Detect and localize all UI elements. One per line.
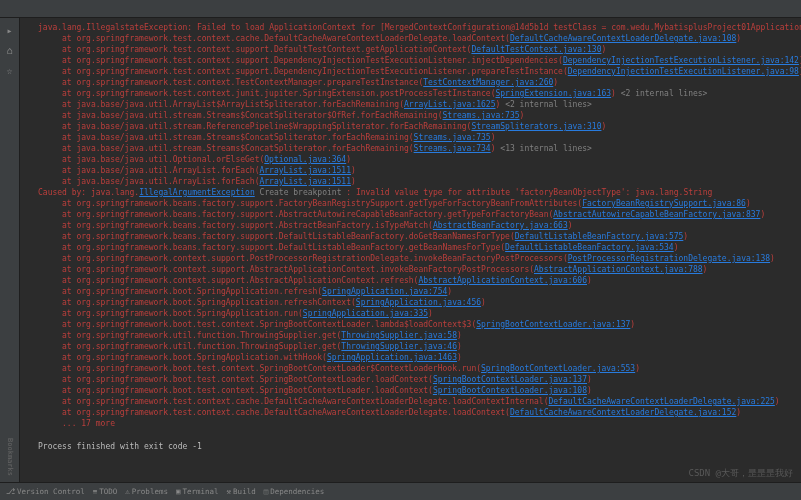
stack-frame: at org.springframework.util.function.Thr…	[38, 330, 795, 341]
frame-tail: )	[736, 34, 741, 43]
source-link[interactable]: Streams.java:735	[443, 111, 520, 120]
problems-tab[interactable]: ⚠ Problems	[125, 487, 168, 496]
source-link[interactable]: SpringBootContextLoader.java:108	[433, 386, 587, 395]
source-link[interactable]: AbstractApplicationContext.java:606	[418, 276, 587, 285]
frame-text: at org.springframework.boot.test.context…	[62, 320, 476, 329]
source-link[interactable]: AbstractApplicationContext.java:788	[534, 265, 703, 274]
source-link[interactable]: SpringApplication.java:335	[303, 309, 428, 318]
source-link[interactable]: Streams.java:735	[414, 133, 491, 142]
stack-frame: at org.springframework.beans.factory.sup…	[38, 198, 795, 209]
source-link[interactable]: ArrayList.java:1625	[404, 100, 496, 109]
console-output[interactable]: java.lang.IllegalstateException: Failed …	[20, 18, 801, 482]
status-bar: ⎇ Version Control ≡ TODO ⚠ Problems ▣ Te…	[0, 482, 801, 500]
stack-frame: at org.springframework.test.context.cach…	[38, 33, 795, 44]
structure-icon[interactable]: ⌂	[4, 44, 16, 56]
source-link[interactable]: FactoryBeanRegistrySupport.java:86	[582, 199, 746, 208]
create-breakpoint[interactable]: Create breakpoint	[255, 188, 347, 197]
stack-frame: at org.springframework.beans.factory.sup…	[38, 231, 795, 242]
project-icon[interactable]: ▸	[4, 24, 16, 36]
frame-tail: )	[346, 155, 351, 164]
build-tab[interactable]: ⚒ Build	[227, 487, 256, 496]
frame-text: at org.springframework.boot.test.context…	[62, 364, 481, 373]
source-link[interactable]: DefaultCacheAwareContextLoaderDelegate.j…	[510, 34, 736, 43]
stack-frame: at java.base/java.util.stream.Streams$Co…	[38, 110, 795, 121]
frame-text: at java.base/java.util.stream.Streams$Co…	[62, 144, 414, 153]
internal-lines: <13 internal lines>	[496, 144, 592, 153]
stack-frame: at org.springframework.boot.test.context…	[38, 385, 795, 396]
source-link[interactable]: DefaultListableBeanFactory.java:575	[515, 232, 684, 241]
todo-tab[interactable]: ≡ TODO	[93, 487, 118, 496]
stack-frame: at org.springframework.beans.factory.sup…	[38, 242, 795, 253]
source-link[interactable]: ThrowingSupplier.java:46	[341, 342, 457, 351]
stack-frame: at java.base/java.util.stream.ReferenceP…	[38, 121, 795, 132]
source-link[interactable]: TestContextManager.java:260	[423, 78, 553, 87]
frame-text: at java.base/java.util.stream.Streams$Co…	[62, 111, 443, 120]
frame-text: at java.base/java.util.ArrayList$ArrayLi…	[62, 100, 404, 109]
frame-text: at org.springframework.test.context.Test…	[62, 78, 423, 87]
source-link[interactable]: SpringBootContextLoader.java:553	[481, 364, 635, 373]
source-link[interactable]: Streams.java:734	[414, 144, 491, 153]
source-link[interactable]: SpringApplication.java:1463	[327, 353, 457, 362]
stack-frame: at org.springframework.util.function.Thr…	[38, 341, 795, 352]
frame-tail: )	[674, 243, 679, 252]
frame-tail: )	[457, 353, 462, 362]
frame-tail: )	[635, 364, 640, 373]
more-frames: ... 17 more	[38, 418, 795, 429]
dependencies-tab[interactable]: ◫ Dependencies	[264, 487, 325, 496]
frame-text: at org.springframework.test.context.cach…	[62, 397, 548, 406]
tool-window-bar[interactable]: ▸ ⌂ ☆ Bookmarks	[0, 18, 20, 482]
frame-tail: )	[587, 276, 592, 285]
stack-frame: at org.springframework.test.context.supp…	[38, 66, 795, 77]
version-control-tab[interactable]: ⎇ Version Control	[6, 487, 85, 496]
source-link[interactable]: DependencyInjectionTestExecutionListener…	[563, 56, 799, 65]
frame-tail: )	[760, 210, 765, 219]
source-link[interactable]: SpringApplication.java:754	[322, 287, 447, 296]
frame-tail: )	[746, 199, 751, 208]
stack-frame: at org.springframework.context.support.P…	[38, 253, 795, 264]
frame-tail: )	[568, 221, 573, 230]
frame-text: at org.springframework.test.context.supp…	[62, 56, 563, 65]
bookmark-icon[interactable]: ☆	[4, 64, 16, 76]
source-link[interactable]: AbstractBeanFactory.java:663	[433, 221, 568, 230]
source-link[interactable]: DefaultTestContext.java:130	[471, 45, 601, 54]
frame-text: at org.springframework.beans.factory.sup…	[62, 210, 553, 219]
source-link[interactable]: ArrayList.java:1511	[259, 177, 351, 186]
source-link[interactable]: DependencyInjectionTestExecutionListener…	[568, 67, 799, 76]
frame-tail: )	[601, 45, 606, 54]
stack-frame: at org.springframework.context.support.A…	[38, 264, 795, 275]
source-link[interactable]: Optional.java:364	[264, 155, 346, 164]
terminal-tab[interactable]: ▣ Terminal	[176, 487, 219, 496]
frame-text: at org.springframework.boot.test.context…	[62, 375, 433, 384]
stack-frame: at org.springframework.boot.test.context…	[38, 319, 795, 330]
source-link[interactable]: ThrowingSupplier.java:58	[341, 331, 457, 340]
source-link[interactable]: SpringBootContextLoader.java:137	[433, 375, 587, 384]
frame-tail: )	[553, 78, 558, 87]
source-link[interactable]: StreamSpliterators.java:310	[471, 122, 601, 131]
stack-frame: at java.base/java.util.ArrayList.forEach…	[38, 165, 795, 176]
stack-frame: at org.springframework.boot.SpringApplic…	[38, 308, 795, 319]
source-link[interactable]: AbstractAutowireCapableBeanFactory.java:…	[553, 210, 760, 219]
source-link[interactable]: DefaultCacheAwareContextLoaderDelegate.j…	[510, 408, 736, 417]
source-link[interactable]: SpringBootContextLoader.java:137	[476, 320, 630, 329]
source-link[interactable]: ArrayList.java:1511	[259, 166, 351, 175]
source-link[interactable]: DefaultListableBeanFactory.java:534	[505, 243, 674, 252]
exception-class-link[interactable]: IllegalArgumentException	[139, 188, 255, 197]
frame-text: at org.springframework.beans.factory.sup…	[62, 232, 515, 241]
stack-frame: at org.springframework.boot.test.context…	[38, 363, 795, 374]
source-link[interactable]: PostProcessorRegistrationDelegate.java:1…	[568, 254, 770, 263]
stack-frame: at java.base/java.util.ArrayList$ArrayLi…	[38, 99, 795, 110]
frame-text: at org.springframework.test.context.cach…	[62, 408, 510, 417]
frame-tail: )	[447, 287, 452, 296]
frame-tail: )	[601, 122, 606, 131]
internal-lines: <2 internal lines>	[616, 89, 708, 98]
source-link[interactable]: SpringApplication.java:456	[356, 298, 481, 307]
bookmarks-label[interactable]: Bookmarks	[6, 438, 14, 476]
frame-text: at java.base/java.util.ArrayList.forEach…	[62, 166, 259, 175]
exit-code-line: Process finished with exit code -1	[38, 441, 795, 452]
source-link[interactable]: SpringExtension.java:163	[495, 89, 611, 98]
source-link[interactable]: DefaultCacheAwareContextLoaderDelegate.j…	[548, 397, 774, 406]
frame-tail: )	[457, 342, 462, 351]
frame-text: at org.springframework.util.function.Thr…	[62, 331, 341, 340]
stack-frame: at org.springframework.boot.SpringApplic…	[38, 352, 795, 363]
stack-frame: at java.base/java.util.Optional.orElseGe…	[38, 154, 795, 165]
